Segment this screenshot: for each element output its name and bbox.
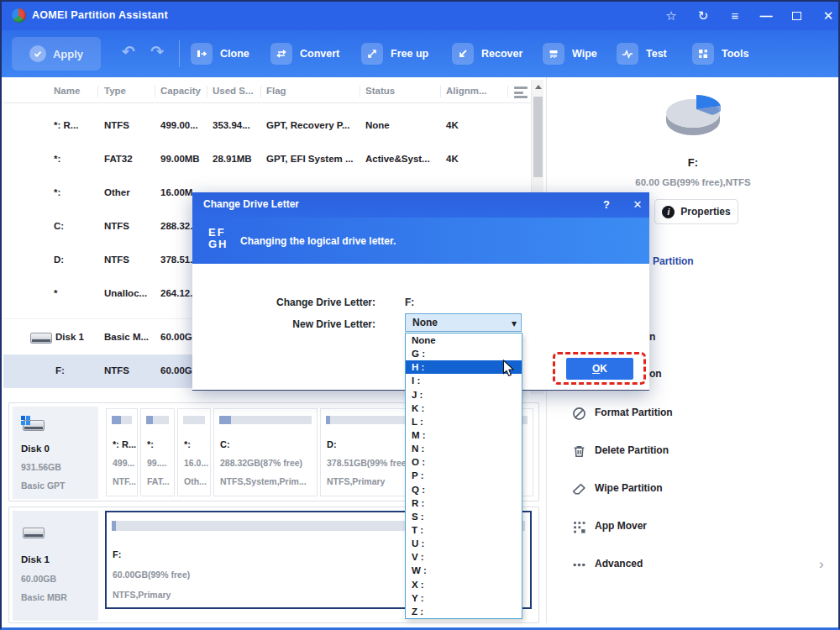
menu-item-advanced[interactable]: Advanced › xyxy=(546,554,840,576)
cell-type: NTFS xyxy=(104,365,129,375)
windows-logo-icon xyxy=(21,416,30,425)
dropdown-item[interactable]: W : xyxy=(406,564,522,577)
menu-item-app-mover[interactable]: App Mover xyxy=(546,517,840,538)
app-title: AOMEI Partition Assistant xyxy=(32,9,168,21)
col-used[interactable]: Used S... xyxy=(213,86,254,96)
undo-icon[interactable]: ↶ xyxy=(122,42,135,61)
table-row[interactable]: *: FAT32 99.00MB 28.91MB GPT, EFI System… xyxy=(3,143,531,176)
convert-button[interactable]: Convert xyxy=(270,42,339,66)
test-icon xyxy=(617,43,638,65)
clone-button[interactable]: Clone xyxy=(191,42,249,66)
eraser-icon xyxy=(571,481,587,497)
dropdown-item[interactable]: R : xyxy=(406,496,522,510)
cell-name: *: xyxy=(54,154,60,164)
refresh-icon[interactable]: ↻ xyxy=(693,8,713,24)
cell-type: NTFS xyxy=(104,120,129,130)
covered-menu-item-fragment[interactable]: Partition xyxy=(653,255,694,267)
col-alignment[interactable]: Alignm... xyxy=(446,86,487,96)
toolbar: Apply ↶ ↷ Clone Convert Free up Recover xyxy=(2,30,838,77)
col-capacity[interactable]: Capacity xyxy=(160,86,201,96)
col-name[interactable]: Name xyxy=(54,86,80,96)
wipe-button[interactable]: Wipe xyxy=(543,42,597,66)
list-view-icon[interactable] xyxy=(514,87,528,97)
col-type[interactable]: Type xyxy=(104,86,126,96)
disk0-info[interactable]: Disk 0 931.56GB Basic GPT xyxy=(13,407,98,499)
new-letter-select[interactable]: None ▾ xyxy=(405,313,522,332)
hamburger-menu-icon[interactable]: ≡ xyxy=(725,8,745,24)
apply-button[interactable]: Apply xyxy=(12,37,101,71)
disk-name: Disk 1 xyxy=(21,554,50,564)
cell-type: NTFS xyxy=(104,221,129,231)
dropdown-item[interactable]: Z : xyxy=(406,605,522,618)
current-letter-label: Change Drive Letter: xyxy=(192,297,375,308)
dialog-title: Change Drive Letter xyxy=(203,198,299,210)
partition-box[interactable]: *: 16.0... Oth... xyxy=(177,408,211,496)
cell-type: Basic M... xyxy=(104,332,149,342)
dialog-close-icon[interactable]: ✕ xyxy=(630,197,645,213)
chevron-right-icon: › xyxy=(819,556,824,573)
redo-icon[interactable]: ↷ xyxy=(150,42,164,61)
col-status[interactable]: Status xyxy=(365,86,395,96)
convert-icon xyxy=(270,43,292,65)
dropdown-item[interactable]: K : xyxy=(406,402,522,415)
dropdown-item[interactable]: U : xyxy=(406,537,522,550)
dialog-header[interactable]: Change Drive Letter ? ✕ xyxy=(192,192,649,218)
menu-item-format-partition[interactable]: Format Partition xyxy=(546,403,840,425)
test-button[interactable]: Test xyxy=(617,42,667,66)
apply-label: Apply xyxy=(53,48,83,60)
disk1-info[interactable]: Disk 1 60.00GB Basic MBR xyxy=(13,511,98,621)
partition-box[interactable]: *: R... 499... NTF... xyxy=(106,408,138,496)
covered-menu-item-fragment[interactable]: n xyxy=(649,331,655,343)
close-button[interactable]: ✕ xyxy=(818,8,838,24)
recover-button[interactable]: Recover xyxy=(452,42,522,66)
partition-box[interactable]: C: 288.32GB(87% free) NTFS,System,Prim..… xyxy=(213,408,318,496)
format-partition-icon xyxy=(571,406,587,422)
volume-label: F: xyxy=(546,156,840,169)
recover-icon xyxy=(452,43,474,65)
dropdown-item[interactable]: Q : xyxy=(406,483,522,496)
scroll-thumb[interactable] xyxy=(533,97,543,177)
dialog-help-icon[interactable]: ? xyxy=(599,197,614,213)
dropdown-item[interactable]: L : xyxy=(406,415,522,428)
dropdown-item[interactable]: Y : xyxy=(406,591,522,605)
favorite-star-icon[interactable]: ☆ xyxy=(661,8,681,24)
menu-item-wipe-partition[interactable]: Wipe Partition xyxy=(546,479,840,501)
menu-item-delete-partition[interactable]: Delete Partition xyxy=(546,441,840,463)
dropdown-item[interactable]: M : xyxy=(406,428,522,442)
ok-button[interactable]: OK xyxy=(566,358,633,380)
covered-menu-item-fragment[interactable]: on xyxy=(649,368,662,380)
scroll-up-arrow[interactable] xyxy=(535,85,542,89)
properties-label: Properties xyxy=(680,206,730,218)
mouse-cursor xyxy=(502,360,515,377)
dropdown-item[interactable]: J : xyxy=(406,388,522,402)
cell-used: 28.91MB xyxy=(213,154,252,164)
clone-icon xyxy=(191,43,213,65)
free-up-button[interactable]: Free up xyxy=(361,42,428,66)
dropdown-item[interactable]: X : xyxy=(406,578,522,591)
maximize-button[interactable] xyxy=(792,12,801,20)
col-flag[interactable]: Flag xyxy=(266,86,286,96)
dropdown-item[interactable]: V : xyxy=(406,550,522,564)
dropdown-item[interactable]: G : xyxy=(406,347,522,360)
cell-type: Other xyxy=(104,187,130,197)
tools-button[interactable]: Tools xyxy=(692,42,748,66)
app-mover-icon xyxy=(571,519,587,535)
new-letter-label: New Drive Letter: xyxy=(192,318,375,330)
minimize-button[interactable]: — xyxy=(756,8,776,24)
cell-name: * xyxy=(54,288,57,298)
info-icon: i xyxy=(662,206,675,218)
table-row[interactable]: *: R... NTFS 499.00... 353.94... GPT, Re… xyxy=(3,109,531,143)
properties-button[interactable]: i Properties xyxy=(654,199,738,224)
dropdown-item[interactable]: T : xyxy=(406,523,522,537)
dropdown-item[interactable]: N : xyxy=(406,442,522,455)
cell-name: F: xyxy=(55,365,65,375)
cell-name: Disk 1 xyxy=(55,332,84,342)
trash-icon xyxy=(571,444,587,459)
dropdown-item[interactable]: P : xyxy=(406,469,522,482)
dropdown-item[interactable]: S : xyxy=(406,510,522,523)
dropdown-item[interactable]: None xyxy=(406,333,522,347)
disk-size: 60.00GB xyxy=(21,574,56,584)
cell-name: *: R... xyxy=(54,120,78,130)
dropdown-item[interactable]: O : xyxy=(406,455,522,469)
partition-box[interactable]: *: 99.... FAT... xyxy=(140,408,175,496)
